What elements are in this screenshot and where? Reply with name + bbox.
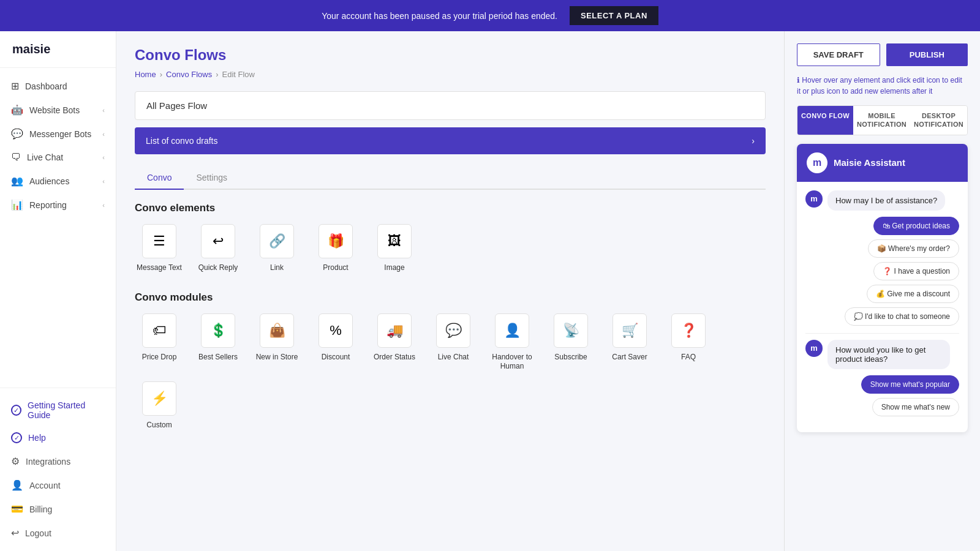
module-order-status[interactable]: 🚚 Order Status — [370, 313, 419, 372]
tab-convo[interactable]: Convo — [135, 167, 184, 190]
module-live-chat[interactable]: 💬 Live Chat — [429, 313, 478, 372]
view-tab-desktop-notification[interactable]: DESKTOP NOTIFICATION — [910, 106, 967, 135]
elements-grid: ☰ Message Text↩ Quick Reply🔗 Link🎁 Produ… — [135, 224, 766, 273]
module-label-price-drop: Price Drop — [142, 353, 177, 362]
element-icon-link: 🔗 — [260, 224, 294, 258]
reply-btn-r7[interactable]: Show me what's new — [872, 398, 959, 416]
sidebar-item-audiences[interactable]: 👥 Audiences ‹ — [0, 169, 116, 193]
nav-label-website-bots: Website Bots — [29, 105, 80, 115]
module-label-faq: FAQ — [681, 353, 696, 362]
module-label-subscribe: Subscribe — [554, 353, 587, 362]
module-label-best-sellers: Best Sellers — [198, 353, 238, 362]
module-label-order-status: Order Status — [374, 353, 415, 362]
module-icon-handover-human: 👤 — [495, 313, 529, 348]
sidebar-item-website-bots[interactable]: 🤖 Website Bots ‹ — [0, 98, 116, 122]
view-tab-mobile-notification[interactable]: MOBILE NOTIFICATION — [853, 106, 910, 135]
bottom-label-logout: Logout — [25, 528, 51, 538]
sidebar-item-help[interactable]: ✓ Help — [0, 426, 116, 449]
right-panel: SAVE DRAFT PUBLISH ℹ Hover over any elem… — [784, 31, 980, 551]
bottom-label-getting-started: Getting Started Guide — [28, 400, 105, 420]
module-icon-discount: % — [318, 313, 353, 348]
nav-label-reporting: Reporting — [29, 200, 67, 210]
module-icon-order-status: 🚚 — [377, 313, 412, 348]
reply-btn-r6[interactable]: Show me what's popular — [861, 375, 959, 394]
modules-grid: 🏷 Price Drop💲 Best Sellers👜 New in Store… — [135, 313, 766, 430]
sidebar-item-getting-started[interactable]: ✓ Getting Started Guide — [0, 394, 116, 426]
tab-settings[interactable]: Settings — [184, 167, 239, 190]
modules-section-title: Convo modules — [135, 291, 766, 304]
sidebar-item-account[interactable]: 👤 Account — [0, 473, 116, 497]
publish-button[interactable]: PUBLISH — [886, 43, 968, 66]
module-new-in-store[interactable]: 👜 New in Store — [252, 313, 301, 372]
module-label-discount: Discount — [322, 353, 350, 362]
chat-header-avatar: m — [807, 152, 827, 173]
element-quick-reply[interactable]: ↩ Quick Reply — [194, 224, 243, 273]
chat-body: m How may I be of assistance? 🛍 Get prod… — [797, 182, 968, 432]
element-icon-quick-reply: ↩ — [201, 224, 235, 258]
nav-chevron-messenger-bots: ‹ — [102, 130, 105, 138]
sidebar-item-messenger-bots[interactable]: 💬 Messenger Bots ‹ — [0, 122, 116, 146]
bottom-icon-account: 👤 — [11, 479, 23, 491]
breadcrumb-link-0[interactable]: Home — [135, 70, 156, 79]
module-custom[interactable]: ⚡ Custom — [135, 381, 184, 430]
module-cart-saver[interactable]: 🛒 Cart Saver — [605, 313, 654, 372]
chat-msg-avatar-msg1: m — [805, 190, 823, 208]
nav-icon-live-chat: 🗨 — [11, 152, 21, 163]
convo-tabs: ConvoSettings — [135, 167, 766, 190]
chat-header-title: Maisie Assistant — [834, 157, 905, 168]
sidebar-item-integrations[interactable]: ⚙ Integrations — [0, 449, 116, 473]
nav-chevron-audiences: ‹ — [102, 178, 105, 185]
hint-text: ℹ Hover over any element and click edit … — [797, 75, 968, 97]
sidebar-item-logout[interactable]: ↩ Logout — [0, 521, 116, 545]
sidebar-bottom: ✓ Getting Started Guide✓ Help⚙ Integrati… — [0, 388, 116, 551]
breadcrumb-sep-2: › — [216, 70, 218, 79]
element-icon-message-text: ☰ — [142, 224, 176, 258]
save-draft-button[interactable]: SAVE DRAFT — [797, 43, 880, 66]
module-icon-best-sellers: 💲 — [201, 313, 235, 348]
circle-icon-help: ✓ — [11, 432, 22, 443]
select-plan-button[interactable]: SELECT A PLAN — [570, 6, 658, 25]
bottom-label-billing: Billing — [29, 504, 52, 514]
module-best-sellers[interactable]: 💲 Best Sellers — [194, 313, 243, 372]
elements-section-title: Convo elements — [135, 202, 766, 214]
module-icon-cart-saver: 🛒 — [612, 313, 647, 348]
sidebar-item-dashboard[interactable]: ⊞ Dashboard — [0, 74, 116, 98]
drafts-bar[interactable]: List of convo drafts › — [135, 127, 766, 154]
reply-btn-r3[interactable]: ❓ I have a question — [873, 262, 959, 280]
module-discount[interactable]: % Discount — [311, 313, 360, 372]
breadcrumb-link-1[interactable]: Convo Flows — [166, 70, 212, 79]
element-product[interactable]: 🎁 Product — [311, 224, 360, 273]
sidebar-item-reporting[interactable]: 📊 Reporting ‹ — [0, 193, 116, 217]
chat-divider-0 — [805, 333, 959, 334]
chat-header: m Maisie Assistant — [797, 144, 968, 182]
element-link[interactable]: 🔗 Link — [252, 224, 301, 273]
module-label-new-in-store: New in Store — [256, 353, 298, 362]
module-handover-human[interactable]: 👤 Handover to Human — [488, 313, 537, 372]
element-icon-image: 🖼 — [377, 224, 412, 258]
banner-text: Your account has been paused as your tri… — [322, 11, 557, 21]
nav-chevron-website-bots: ‹ — [102, 107, 105, 114]
reply-btn-r5[interactable]: 💭 I'd like to chat to someone — [845, 307, 959, 326]
sidebar-item-billing[interactable]: 💳 Billing — [0, 497, 116, 521]
page-title: Convo Flows — [135, 47, 766, 64]
bottom-label-help: Help — [28, 433, 46, 443]
nav-chevron-reporting: ‹ — [102, 201, 105, 209]
module-icon-live-chat: 💬 — [436, 313, 470, 348]
chat-msg-avatar-msg2: m — [805, 340, 823, 357]
module-price-drop[interactable]: 🏷 Price Drop — [135, 313, 184, 372]
bottom-label-account: Account — [29, 481, 61, 490]
flow-name[interactable]: All Pages Flow — [135, 91, 766, 120]
breadcrumb-current: Edit Flow — [222, 70, 255, 79]
module-faq[interactable]: ❓ FAQ — [664, 313, 713, 372]
sidebar-item-live-chat[interactable]: 🗨 Live Chat ‹ — [0, 146, 116, 169]
nav-icon-website-bots: 🤖 — [11, 104, 23, 116]
nav-icon-messenger-bots: 💬 — [11, 128, 23, 140]
breadcrumb: Home›Convo Flows›Edit Flow — [135, 70, 766, 79]
reply-btn-r4[interactable]: 💰 Give me a discount — [867, 285, 959, 303]
reply-btn-r1[interactable]: 🛍 Get product ideas — [873, 217, 959, 235]
reply-btn-r2[interactable]: 📦 Where's my order? — [868, 239, 959, 258]
module-subscribe[interactable]: 📡 Subscribe — [546, 313, 595, 372]
view-tab-convo-flow[interactable]: CONVO FLOW — [797, 106, 853, 135]
element-message-text[interactable]: ☰ Message Text — [135, 224, 184, 273]
element-image[interactable]: 🖼 Image — [370, 224, 419, 273]
